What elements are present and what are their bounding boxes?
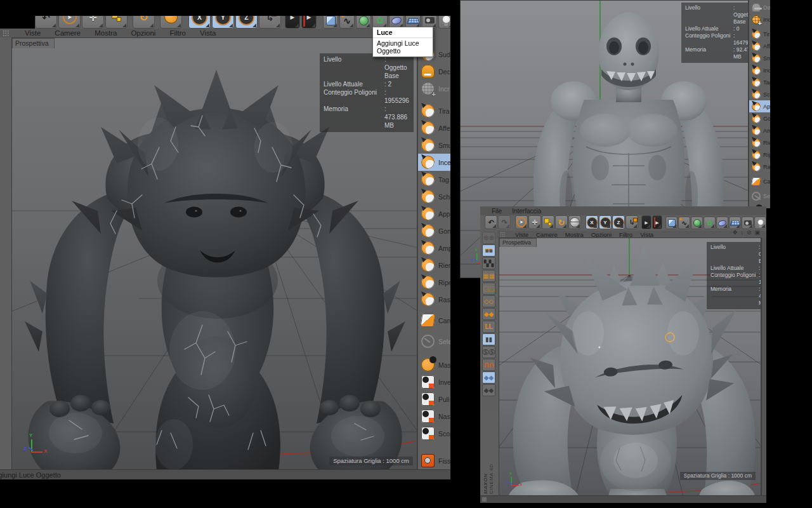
redo-button[interactable]: ↷ bbox=[498, 215, 511, 229]
z-axis-lock-button[interactable]: Z bbox=[235, 16, 258, 29]
menu-opzioni[interactable]: Opzioni bbox=[131, 29, 155, 37]
coordinate-system-button[interactable]: ↳ bbox=[259, 16, 281, 29]
sculpt-tool-item[interactable]: App bbox=[749, 100, 770, 112]
mode-tool[interactable] bbox=[482, 244, 495, 257]
add-spline-button[interactable]: ∿ bbox=[678, 217, 690, 229]
sculpt-tool-item[interactable]: Tira bbox=[749, 28, 770, 40]
add-cube-button[interactable] bbox=[665, 217, 678, 229]
menu-interfaccia[interactable]: Interfaccia bbox=[512, 208, 541, 215]
sculpt-tool-item[interactable]: Inve bbox=[418, 373, 450, 391]
add-spline-button[interactable]: ∿ bbox=[339, 16, 355, 29]
menu-mostra[interactable]: Mostra bbox=[565, 231, 584, 238]
render-view-button[interactable]: ▶ bbox=[641, 215, 652, 229]
drag-handle-icon[interactable] bbox=[3, 30, 10, 37]
add-array-button[interactable]: ✿ bbox=[704, 217, 716, 229]
lock-icon[interactable]: ⊘ bbox=[747, 229, 752, 236]
menu-vista[interactable]: Vista bbox=[200, 29, 216, 37]
sculpt-tool-item[interactable]: Affe bbox=[418, 119, 450, 137]
sculpt-tool-item[interactable]: Rase bbox=[749, 161, 770, 173]
view-label-tab[interactable]: Prospettiva bbox=[12, 38, 55, 48]
sculpt-tool-item[interactable]: Mas bbox=[418, 356, 450, 373]
mode-tool[interactable] bbox=[482, 283, 495, 295]
sculpt-tool-item[interactable]: Can bbox=[749, 175, 770, 187]
undo-button[interactable]: ↶ bbox=[35, 16, 57, 29]
menu-viste[interactable]: Viste bbox=[515, 231, 528, 238]
sculpt-tool-item[interactable]: Amp bbox=[418, 239, 450, 257]
sculpt-tool-item[interactable]: Can bbox=[418, 312, 450, 329]
pan-icon[interactable]: ✥ bbox=[733, 229, 738, 236]
undo-button[interactable]: ↶ bbox=[485, 215, 497, 229]
render-settings-button[interactable]: ▶ bbox=[652, 215, 662, 229]
sculpt-tool-item[interactable]: Gon bbox=[749, 112, 770, 124]
sculpt-tool-item[interactable]: Rien bbox=[749, 137, 770, 149]
add-light-button[interactable] bbox=[438, 16, 450, 29]
move-button[interactable]: ✛ bbox=[82, 16, 104, 29]
mode-tool[interactable] bbox=[482, 321, 495, 333]
sculpt-tool-item[interactable]: Incr bbox=[418, 80, 450, 97]
menu-camere[interactable]: Camere bbox=[55, 29, 81, 37]
mode-tool[interactable] bbox=[482, 257, 495, 269]
sculpt-tool-item[interactable]: Ince bbox=[418, 154, 450, 171]
mode-tool[interactable] bbox=[482, 270, 495, 282]
sculpt-tool-item[interactable]: Sele bbox=[749, 190, 770, 202]
y-axis-lock-button[interactable]: Y bbox=[599, 215, 612, 229]
sculpt-tool-item[interactable]: Ripe bbox=[418, 274, 450, 291]
menu-vista[interactable]: Vista bbox=[640, 231, 653, 238]
scale-button[interactable] bbox=[542, 215, 554, 229]
menu-filtro[interactable]: Filtro bbox=[619, 231, 632, 238]
sculpt-tool-item[interactable]: Tag bbox=[418, 171, 450, 188]
live-selection-button[interactable]: ➤ bbox=[515, 215, 528, 229]
sculpt-tool-item[interactable]: Tag bbox=[749, 76, 770, 88]
menu-filtro[interactable]: Filtro bbox=[169, 29, 186, 37]
sculpt-tool-item[interactable]: Ince bbox=[749, 64, 770, 76]
mode-tool[interactable] bbox=[482, 308, 495, 320]
coordinate-sphere-button[interactable] bbox=[568, 215, 581, 229]
sculpt-tool-item[interactable]: Schi bbox=[418, 188, 450, 205]
sculpt-tool-item[interactable]: Rien bbox=[418, 257, 450, 274]
rotate-button[interactable]: ↻ bbox=[133, 16, 155, 29]
sculpt-tool-item[interactable]: Dec bbox=[749, 1, 770, 13]
menu-camere[interactable]: Camere bbox=[536, 231, 558, 238]
menu-opzioni[interactable]: Opzioni bbox=[591, 231, 612, 238]
render-settings-button[interactable]: ▶ bbox=[301, 16, 317, 29]
sculpt-tool-item[interactable]: Ripe bbox=[749, 149, 770, 161]
sculpt-tool-item[interactable]: Affe bbox=[749, 40, 770, 52]
sculpt-tool-item[interactable]: Nas bbox=[418, 408, 450, 425]
mode-tool[interactable] bbox=[482, 295, 495, 307]
dock-icon[interactable]: ↓ bbox=[740, 229, 743, 236]
sculpt-tool-item[interactable]: App bbox=[418, 205, 450, 222]
move-button[interactable]: ✛ bbox=[528, 215, 541, 229]
sculpt-tool-item[interactable]: Tira bbox=[418, 102, 450, 119]
add-camera-button[interactable] bbox=[742, 217, 754, 229]
selection-blob-button[interactable] bbox=[160, 16, 182, 29]
left-viewport[interactable]: Prospettiva Livello: Oggetto Base Livell… bbox=[11, 37, 417, 470]
scrollbar[interactable] bbox=[761, 237, 766, 496]
mode-tool[interactable] bbox=[482, 346, 495, 358]
mode-tool[interactable] bbox=[482, 384, 495, 396]
view-label-tab[interactable]: Prospettiva bbox=[499, 238, 537, 247]
x-axis-lock-button[interactable]: X bbox=[586, 215, 598, 229]
menu-mostra[interactable]: Mostra bbox=[95, 29, 117, 37]
add-nurbs-button[interactable] bbox=[691, 217, 703, 229]
sculpt-tool-item[interactable]: Gon bbox=[418, 222, 450, 239]
mode-tool[interactable] bbox=[482, 232, 495, 244]
maximize-icon[interactable]: ▣ bbox=[754, 229, 760, 236]
sculpt-tool-item[interactable]: Amp bbox=[749, 124, 770, 137]
mode-tool[interactable] bbox=[482, 333, 495, 345]
sculpt-tool-item[interactable]: Incr bbox=[749, 13, 770, 25]
sculpt-tool-item[interactable]: Scop bbox=[418, 425, 450, 442]
add-nurbs-button[interactable] bbox=[356, 16, 371, 29]
bottom-right-viewport[interactable]: Prospettiva Livello: Oggetto Base Livell… bbox=[499, 237, 761, 496]
sculpt-tool-item[interactable]: Dec bbox=[418, 63, 450, 80]
x-axis-lock-button[interactable]: X bbox=[188, 16, 211, 29]
live-selection-button[interactable]: ➤ bbox=[58, 16, 81, 29]
render-view-button[interactable]: ▶ bbox=[285, 16, 300, 29]
drag-handle-icon[interactable] bbox=[500, 232, 506, 237]
mode-tool[interactable] bbox=[482, 359, 495, 371]
sculpt-tool-item[interactable]: Puli bbox=[418, 391, 450, 408]
scale-button[interactable] bbox=[105, 16, 128, 29]
add-light-button[interactable] bbox=[754, 217, 766, 229]
sculpt-tool-item[interactable]: Smu bbox=[749, 52, 770, 64]
sculpt-tool-item[interactable]: Smu bbox=[418, 137, 450, 154]
z-axis-lock-button[interactable]: Z bbox=[612, 215, 625, 229]
